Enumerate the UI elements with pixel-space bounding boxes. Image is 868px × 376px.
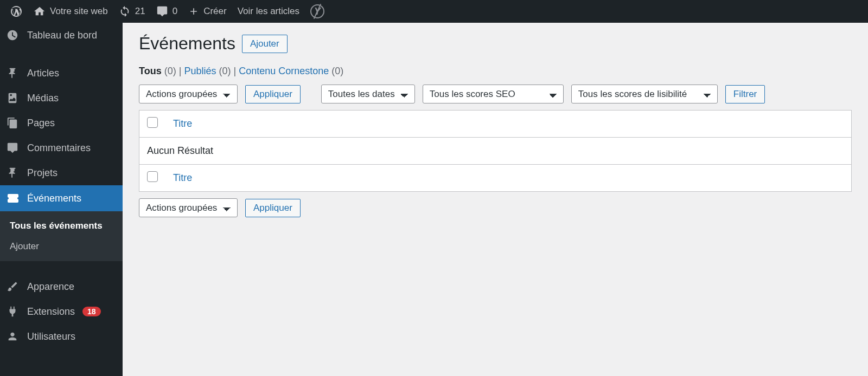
events-table: Titre Aucun Résultat Titre [139,110,852,192]
sidebar-item-label: Pages [27,118,55,129]
sidebar-item-label: Projets [27,167,58,179]
comments-count: 0 [173,6,177,17]
seo-score-select[interactable]: Tous les scores SEO [423,85,564,103]
plus-icon [188,6,199,17]
sidebar-item-comments[interactable]: Commentaires [0,135,123,160]
sidebar-item-label: Événements [27,193,81,204]
events-submenu: Tous les événements Ajouter [0,211,123,235]
add-button[interactable]: Ajouter [242,35,288,53]
ticket-icon [7,192,20,205]
page-header: Événements Ajouter [139,34,852,54]
create-label: Créer [203,6,227,17]
site-name[interactable]: Votre site web [28,0,113,23]
updates[interactable]: 21 [113,0,151,23]
yoast-icon: Y [310,4,324,18]
sidebar-item-label: Médias [27,93,59,104]
updates-count: 21 [135,6,145,17]
apply-button-top[interactable]: Appliquer [245,85,301,103]
yoast-seo[interactable]: Y [305,0,330,23]
submenu-all-events[interactable]: Tous les événements [0,216,123,235]
filter-button[interactable]: Filtrer [725,85,765,103]
sidebar-item-pages[interactable]: Pages [0,111,123,135]
new-content[interactable]: Créer [183,0,232,23]
page-icon [7,117,20,129]
dashboard-icon [7,29,20,41]
comment-icon [7,142,20,154]
readability-score-select[interactable]: Tous les scores de lisibilité [571,85,718,103]
select-all-checkbox-bottom[interactable] [147,171,158,182]
sidebar-item-projects[interactable]: Projets [0,160,123,185]
tablenav-bottom: Actions groupées Appliquer [139,198,852,217]
status-filters: Tous (0) | Publiés (0) | Contenu Cornest… [139,66,852,77]
column-title-header[interactable]: Titre [173,118,192,129]
wp-logo[interactable] [4,0,28,23]
refresh-icon [119,5,131,17]
main-content: Événements Ajouter Tous (0) | Publiés (0… [123,23,868,235]
view-posts[interactable]: Voir les articles [232,0,305,23]
home-icon [34,5,46,17]
comment-icon [156,5,168,17]
admin-sidebar: Tableau de bord Articles Médias Pages Co… [0,23,123,235]
filter-all[interactable]: Tous (0) [139,66,176,76]
admin-bar: Votre site web 21 0 Créer Voir les artic… [0,0,868,23]
sidebar-item-label: Tableau de bord [27,30,97,41]
comments[interactable]: 0 [151,0,183,23]
bulk-action-select-top[interactable]: Actions groupées [139,85,238,103]
no-results-text: Aucun Résultat [139,138,852,165]
pin-icon [7,167,20,179]
site-name-label: Votre site web [50,6,108,17]
view-posts-label: Voir les articles [238,6,299,17]
sidebar-item-media[interactable]: Médias [0,86,123,111]
sidebar-item-posts[interactable]: Articles [0,61,123,86]
filter-published[interactable]: Publiés (0) [184,66,231,76]
filter-cornerstone[interactable]: Contenu Cornestone [239,66,329,76]
wordpress-icon [10,5,23,18]
no-results-row: Aucun Résultat [139,138,852,165]
sidebar-item-dashboard[interactable]: Tableau de bord [0,23,123,48]
sidebar-item-events[interactable]: Événements [0,185,123,211]
sidebar-item-label: Articles [27,68,59,79]
bulk-action-select-bottom[interactable]: Actions groupées [139,198,238,217]
apply-button-bottom[interactable]: Appliquer [245,199,301,217]
date-filter-select[interactable]: Toutes les dates [321,85,415,103]
column-title-footer[interactable]: Titre [173,172,192,183]
sidebar-item-label: Commentaires [27,142,91,154]
media-icon [7,92,20,104]
select-all-checkbox-top[interactable] [147,117,158,128]
page-title: Événements [139,34,235,54]
tablenav-top: Actions groupées Appliquer Toutes les da… [139,85,852,103]
pin-icon [7,67,20,79]
